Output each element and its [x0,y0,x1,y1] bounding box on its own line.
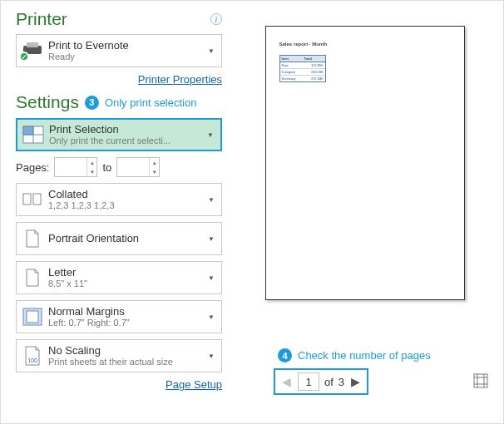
printer-header: Printer i [16,9,222,29]
paper-sub: 8.5" x 11" [48,279,206,289]
settings-header: Settings [16,92,79,112]
svg-rect-9 [474,374,487,387]
printer-selector[interactable]: ✓ Print to Evernote Ready ▼ [16,34,222,67]
printer-status: Ready [48,52,206,62]
svg-rect-7 [27,311,38,323]
margins-sub: Left: 0.7" Right: 0.7" [48,318,206,328]
pages-to-input[interactable]: ▲▼ [116,157,160,177]
pages-from-input[interactable]: ▲▼ [54,157,97,177]
collation-selector[interactable]: Collated 1,2,3 1,2,3 1,2,3 ▼ [16,183,222,216]
preview-doc-title: Sales report · Month [279,42,451,47]
printer-name: Print to Evernote [48,39,206,52]
scaling-icon: 100 [20,344,45,367]
collation-sub: 1,2,3 1,2,3 1,2,3 [48,200,206,211]
margins-icon [20,305,45,328]
orientation-title: Portrait Orientation [48,232,206,245]
svg-rect-5 [33,194,41,205]
of-label: of [324,376,334,388]
collated-icon [20,188,45,211]
svg-text:100: 100 [27,357,37,363]
info-icon[interactable]: i [210,13,222,25]
scaling-title: No Scaling [48,344,206,357]
printer-icon: ✓ [20,39,45,62]
chevron-down-icon: ▼ [206,196,216,204]
callout-badge-4: 4 [278,348,292,362]
margins-selector[interactable]: Normal Margins Left: 0.7" Right: 0.7" ▼ [16,300,222,333]
page-setup-link[interactable]: Page Setup [166,378,222,391]
printer-properties-link[interactable]: Printer Properties [138,73,222,86]
total-pages: 3 [338,376,344,388]
page-icon [20,266,45,289]
pages-label: Pages: [16,161,49,174]
page-number-input[interactable]: 1 [298,372,319,391]
portrait-icon [20,227,45,250]
svg-rect-1 [23,126,33,135]
scaling-sub: Print sheets at their actual size [48,357,206,367]
paper-size-selector[interactable]: Letter 8.5" x 11" ▼ [16,261,222,294]
selection-icon [21,123,46,146]
prev-page-button[interactable]: ◀ [280,375,293,388]
down-arrow-icon[interactable]: ▼ [150,167,159,176]
paper-title: Letter [48,266,206,279]
print-preview-page: Sales report · Month Item Total Row122,3… [265,26,465,300]
callout-text-4: Check the number of pages [298,349,431,362]
page-navigator: ◀ 1 of 3 ▶ [274,368,368,395]
chevron-down-icon: ▼ [206,313,216,321]
svg-rect-4 [23,194,31,205]
pages-to-label: to [102,161,111,174]
down-arrow-icon[interactable]: ▼ [87,167,96,176]
print-what-selector[interactable]: Print Selection Only print the current s… [16,118,222,151]
callout-badge-3: 3 [85,96,99,110]
chevron-down-icon: ▼ [206,235,216,243]
print-what-title: Print Selection [49,123,205,136]
scaling-selector[interactable]: 100 No Scaling Print sheets at their act… [16,339,222,372]
next-page-button[interactable]: ▶ [349,375,362,388]
chevron-down-icon: ▼ [206,47,216,55]
chevron-down-icon: ▼ [206,274,216,282]
preview-table: Item Total Row122,399 Category200,108 Su… [279,55,326,82]
margins-title: Normal Margins [48,305,206,318]
chevron-down-icon: ▼ [205,131,215,139]
up-arrow-icon[interactable]: ▲ [87,158,96,167]
callout-text-3: Only print selection [105,96,197,109]
print-what-sub: Only print the current selecti... [49,136,205,146]
up-arrow-icon[interactable]: ▲ [150,158,159,167]
orientation-selector[interactable]: Portrait Orientation ▼ [16,222,222,255]
collation-title: Collated [48,188,206,201]
show-margins-icon[interactable] [473,373,488,388]
chevron-down-icon: ▼ [206,353,216,360]
